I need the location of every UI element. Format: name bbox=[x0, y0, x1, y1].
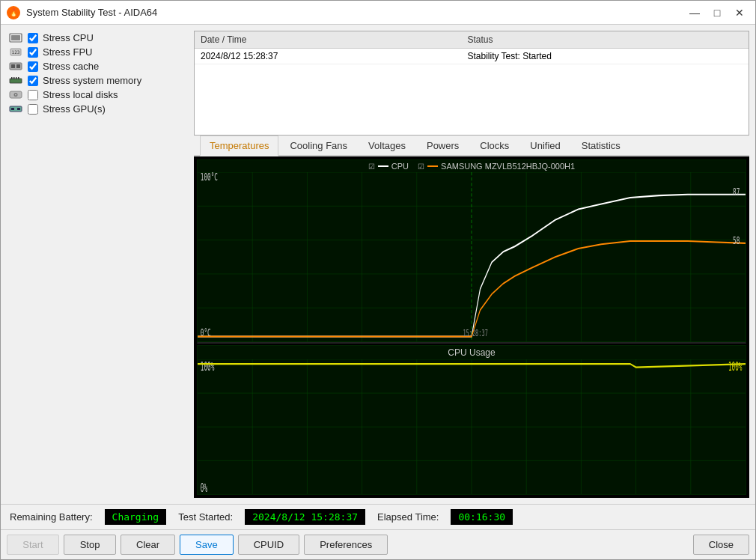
test-started-label: Test Started: bbox=[178, 511, 233, 523]
svg-text:58: 58 bbox=[733, 234, 740, 247]
right-panel: Date / Time Status 2024/8/12 15:28:37Sta… bbox=[188, 25, 755, 504]
svg-rect-1 bbox=[11, 35, 20, 40]
temp-chart-legend: ☑ CPU ☑ SAMSUNG MZVLB512HBJQ-000H1 bbox=[198, 160, 746, 172]
log-status: Stability Test: Started bbox=[461, 49, 749, 64]
col-status: Status bbox=[461, 31, 749, 49]
cpuid-button[interactable]: CPUID bbox=[238, 535, 299, 555]
tab-cooling[interactable]: Cooling Fans bbox=[280, 136, 357, 155]
disk-legend: ☑ SAMSUNG MZVLB512HBJQ-000H1 bbox=[418, 162, 575, 171]
svg-rect-10 bbox=[16, 77, 17, 79]
content-area: Stress CPU 123 Stress FPU Stress cache bbox=[1, 25, 755, 504]
window-title: System Stability Test - AIDA64 bbox=[26, 7, 685, 18]
log-row: 2024/8/12 15:28:37Stability Test: Starte… bbox=[195, 49, 749, 64]
window-controls: — □ ✕ bbox=[685, 4, 749, 21]
svg-text:87: 87 bbox=[733, 185, 740, 198]
stress-fpu-item: 123 Stress FPU bbox=[8, 46, 180, 58]
start-button[interactable]: Start bbox=[7, 535, 59, 555]
stress-memory-checkbox[interactable] bbox=[28, 76, 38, 86]
gpu-icon bbox=[8, 104, 23, 115]
temp-chart-area: 100°C 0°C 87 58 15:28:37 bbox=[198, 172, 746, 342]
charts-container: ☑ CPU ☑ SAMSUNG MZVLB512HBJQ-000H1 bbox=[194, 156, 749, 498]
preferences-button[interactable]: Preferences bbox=[304, 535, 388, 555]
tab-clocks[interactable]: Clocks bbox=[470, 136, 519, 155]
svg-rect-6 bbox=[16, 64, 20, 68]
save-button[interactable]: Save bbox=[180, 535, 234, 555]
elapsed-value: 00:16:30 bbox=[451, 509, 513, 525]
svg-text:0%: 0% bbox=[201, 481, 207, 494]
svg-text:100%: 100% bbox=[201, 360, 215, 374]
status-bar: Remaining Battery: Charging Test Started… bbox=[1, 504, 755, 529]
stress-cpu-checkbox[interactable] bbox=[28, 33, 38, 43]
svg-text:100%: 100% bbox=[728, 360, 743, 374]
tab-voltages[interactable]: Voltages bbox=[359, 136, 415, 155]
cpu-chart-wrapper: CPU Usage bbox=[197, 345, 746, 495]
cpu-icon bbox=[8, 33, 23, 43]
log-table: Date / Time Status 2024/8/12 15:28:37Sta… bbox=[194, 31, 749, 136]
stress-memory-label: Stress system memory bbox=[43, 75, 141, 86]
maximize-button[interactable]: □ bbox=[707, 4, 727, 21]
temp-chart-wrapper: ☑ CPU ☑ SAMSUNG MZVLB512HBJQ-000H1 bbox=[197, 159, 746, 344]
stress-fpu-label: Stress FPU bbox=[43, 46, 92, 58]
svg-rect-5 bbox=[11, 64, 15, 68]
battery-value: Charging bbox=[105, 509, 167, 525]
stress-cpu-item: Stress CPU bbox=[8, 32, 180, 43]
memory-icon bbox=[8, 76, 23, 86]
svg-text:123: 123 bbox=[12, 49, 20, 55]
fpu-icon: 123 bbox=[8, 47, 23, 58]
tabs-area: TemperaturesCooling FansVoltagesPowersCl… bbox=[194, 136, 749, 498]
svg-rect-17 bbox=[17, 108, 20, 110]
svg-rect-11 bbox=[18, 77, 19, 79]
close-window-button[interactable]: ✕ bbox=[730, 4, 749, 21]
buttons-bar: Start Stop Clear Save CPUID Preferences … bbox=[1, 529, 755, 559]
log-datetime: 2024/8/12 15:28:37 bbox=[195, 49, 461, 64]
stop-button[interactable]: Stop bbox=[64, 535, 116, 555]
stress-disks-checkbox[interactable] bbox=[28, 90, 38, 100]
stress-options-panel: Stress CPU 123 Stress FPU Stress cache bbox=[1, 25, 188, 504]
test-started-value: 2024/8/12 15:28:37 bbox=[245, 509, 365, 525]
minimize-button[interactable]: — bbox=[685, 4, 704, 21]
battery-label: Remaining Battery: bbox=[10, 511, 93, 523]
elapsed-label: Elapsed Time: bbox=[377, 511, 439, 523]
app-icon: 🔥 bbox=[7, 6, 20, 19]
svg-rect-16 bbox=[11, 108, 14, 110]
cpu-legend: ☑ CPU bbox=[368, 162, 409, 171]
tabs-header: TemperaturesCooling FansVoltagesPowersCl… bbox=[194, 136, 749, 156]
stress-disks-label: Stress local disks bbox=[43, 89, 118, 100]
stress-cache-item: Stress cache bbox=[8, 61, 180, 72]
cache-icon bbox=[8, 61, 23, 72]
cpu-chart-svg: 100% 0% 100% bbox=[198, 359, 746, 494]
temp-chart-svg: 100°C 0°C 87 58 15:28:37 bbox=[198, 172, 746, 342]
disk-icon bbox=[8, 90, 23, 100]
tab-unified[interactable]: Unified bbox=[520, 136, 570, 155]
stress-gpu-label: Stress GPU(s) bbox=[43, 103, 106, 115]
col-datetime: Date / Time bbox=[195, 31, 461, 49]
titlebar: 🔥 System Stability Test - AIDA64 — □ ✕ bbox=[1, 1, 755, 25]
svg-text:15:28:37: 15:28:37 bbox=[463, 327, 487, 338]
cpu-chart-area: 100% 0% 100% bbox=[198, 359, 746, 494]
tab-temperatures[interactable]: Temperatures bbox=[200, 136, 278, 156]
stress-disks-item: Stress local disks bbox=[8, 89, 180, 100]
stress-cpu-label: Stress CPU bbox=[43, 32, 94, 43]
svg-text:0°C: 0°C bbox=[201, 326, 211, 339]
tab-statistics[interactable]: Statistics bbox=[572, 136, 630, 155]
tab-powers[interactable]: Powers bbox=[417, 136, 469, 155]
cpu-chart-title: CPU Usage bbox=[198, 346, 746, 359]
stress-fpu-checkbox[interactable] bbox=[28, 47, 38, 58]
stress-gpu-checkbox[interactable] bbox=[28, 104, 38, 115]
stress-cache-checkbox[interactable] bbox=[28, 61, 38, 72]
close-button[interactable]: Close bbox=[693, 535, 749, 555]
stress-gpu-item: Stress GPU(s) bbox=[8, 103, 180, 115]
svg-text:100°C: 100°C bbox=[201, 172, 218, 183]
stress-memory-item: Stress system memory bbox=[8, 75, 180, 86]
clear-button[interactable]: Clear bbox=[121, 535, 175, 555]
svg-point-14 bbox=[15, 94, 16, 96]
svg-rect-9 bbox=[13, 77, 15, 79]
stress-cache-label: Stress cache bbox=[43, 61, 99, 72]
svg-rect-8 bbox=[11, 77, 13, 79]
main-window: 🔥 System Stability Test - AIDA64 — □ ✕ S… bbox=[0, 0, 756, 560]
